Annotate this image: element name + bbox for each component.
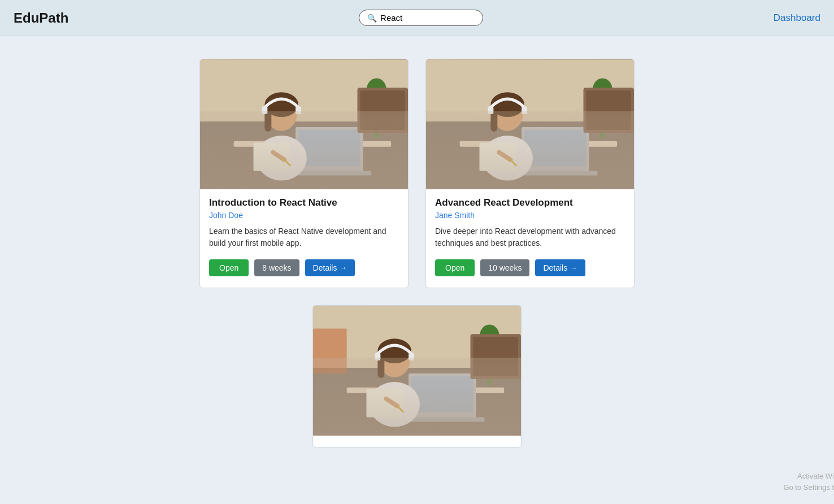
course-card-2-actions: Open 10 weeks Details → <box>426 259 634 276</box>
search-input[interactable] <box>380 13 475 23</box>
search-icon: 🔍 <box>367 14 377 23</box>
svg-line-15 <box>283 159 290 166</box>
svg-rect-33 <box>479 143 516 171</box>
search-container: 🔍 <box>359 10 483 26</box>
svg-rect-4 <box>296 127 363 172</box>
course-card-3 <box>312 305 522 447</box>
svg-point-12 <box>256 136 307 181</box>
svg-line-14 <box>273 153 284 160</box>
svg-rect-3 <box>234 141 391 147</box>
course-card-1-details-button[interactable]: Details → <box>305 259 355 276</box>
svg-line-54 <box>386 399 397 406</box>
svg-point-32 <box>482 136 533 181</box>
course-card-3-image <box>313 306 521 436</box>
svg-rect-24 <box>522 127 589 172</box>
svg-line-35 <box>509 159 516 166</box>
course-card-2-duration-badge[interactable]: 10 weeks <box>480 259 529 276</box>
course-card-2-open-button[interactable]: Open <box>435 259 475 276</box>
activate-watermark: Activate Wi Go to Settings t <box>783 471 834 493</box>
course-card-1: Introduction to React Native John Doe Le… <box>199 59 409 288</box>
svg-rect-42 <box>313 368 521 435</box>
course-card-1-duration-badge[interactable]: 8 weeks <box>254 259 299 276</box>
svg-rect-13 <box>253 143 290 171</box>
svg-line-55 <box>396 405 403 412</box>
course-card-2-desc: Dive deeper into React development with … <box>435 225 625 249</box>
svg-rect-10 <box>262 106 267 114</box>
logo: EduPath <box>14 10 68 26</box>
course-card-2-title: Advanced React Development <box>435 197 625 208</box>
course-card-1-open-button[interactable]: Open <box>209 259 249 276</box>
course-image-svg-2 <box>426 59 634 189</box>
svg-rect-43 <box>347 388 504 393</box>
course-card-1-body: Introduction to React Native John Doe Le… <box>200 189 408 259</box>
top-cards-row: Introduction to React Native John Doe Le… <box>199 59 635 288</box>
svg-rect-51 <box>409 353 414 360</box>
activate-line-1: Activate Wi <box>783 471 834 482</box>
svg-rect-11 <box>296 106 301 114</box>
svg-rect-60 <box>313 328 347 373</box>
course-image-svg-3 <box>313 306 521 436</box>
svg-rect-5 <box>298 130 360 167</box>
activate-line-2: Go to Settings t <box>783 482 834 493</box>
svg-rect-25 <box>524 130 586 167</box>
svg-rect-19 <box>360 90 405 130</box>
course-card-2-image <box>426 59 634 189</box>
course-card-2-author: Jane Smith <box>435 211 625 220</box>
svg-rect-31 <box>522 106 527 114</box>
course-card-2-body: Advanced React Development Jane Smith Di… <box>426 189 634 259</box>
svg-rect-2 <box>200 121 408 189</box>
svg-point-52 <box>369 382 420 427</box>
course-card-1-desc: Learn the basics of React Native develop… <box>209 225 399 249</box>
dashboard-link[interactable]: Dashboard <box>774 12 820 24</box>
svg-rect-23 <box>460 141 617 147</box>
bottom-cards-row <box>11 305 823 447</box>
svg-rect-59 <box>473 337 518 376</box>
svg-rect-53 <box>366 389 403 418</box>
svg-line-34 <box>499 153 510 160</box>
course-card-1-image <box>200 59 408 189</box>
svg-rect-45 <box>411 376 473 413</box>
header: EduPath 🔍 Dashboard <box>0 0 834 36</box>
course-card-2-details-button[interactable]: Details → <box>535 259 585 276</box>
svg-rect-44 <box>409 373 476 419</box>
svg-rect-30 <box>488 106 493 114</box>
course-card-1-actions: Open 8 weeks Details → <box>200 259 408 276</box>
svg-rect-6 <box>287 171 371 176</box>
course-card-2: Advanced React Development Jane Smith Di… <box>425 59 635 288</box>
main-content: Introduction to React Native John Doe Le… <box>0 36 834 470</box>
svg-rect-39 <box>586 90 631 130</box>
svg-rect-50 <box>375 353 380 360</box>
svg-rect-46 <box>400 418 484 422</box>
course-card-1-title: Introduction to React Native <box>209 197 399 208</box>
course-image-svg-1 <box>200 59 408 189</box>
course-card-1-author: John Doe <box>209 211 399 220</box>
svg-rect-22 <box>426 121 634 189</box>
svg-rect-26 <box>513 171 597 176</box>
